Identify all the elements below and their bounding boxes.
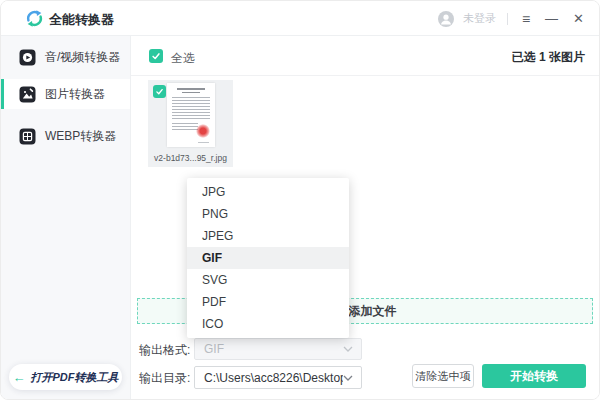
menu-icon[interactable]: ≡ — [519, 10, 533, 28]
file-name-label: v2-b1d73...95_r.jpg — [148, 150, 233, 167]
main-content: 全选 已选 1 张图片 v2-b1d73...95_r.jpg — [131, 36, 600, 400]
dropdown-option-jpg[interactable]: JPG — [187, 181, 349, 203]
dropdown-option-ico[interactable]: ICO — [187, 313, 349, 335]
select-all-label[interactable]: 全选 — [171, 50, 195, 67]
dropdown-option-jpeg[interactable]: JPEG — [187, 225, 349, 247]
app-title: 全能转换器 — [49, 11, 114, 29]
clear-selected-button[interactable]: 清除选中项 — [412, 364, 474, 388]
dropdown-option-gif-selected[interactable]: GIF — [187, 247, 349, 269]
dropdown-option-png[interactable]: PNG — [187, 203, 349, 225]
open-pdf-tool-button[interactable]: ← 打开PDF转换工具 — [9, 364, 122, 390]
app-logo-sync-icon — [25, 9, 44, 28]
titlebar-divider — [507, 13, 508, 25]
start-convert-button[interactable]: 开始转换 — [482, 364, 586, 388]
sidebar-item-label: 图片转换器 — [45, 86, 105, 103]
sidebar-item-label: WEBP转换器 — [45, 128, 116, 145]
close-icon[interactable]: ✕ — [570, 10, 587, 27]
login-status-label[interactable]: 未登录 — [463, 11, 496, 26]
selected-count-label: 已选 1 张图片 — [512, 49, 585, 66]
sidebar: 音/视频转换器 图片转换器 WEBP转换器 ← 打开PDF转换工具 — [1, 36, 131, 400]
dropdown-option-pdf[interactable]: PDF — [187, 291, 349, 313]
image-thumbnail-card[interactable]: v2-b1d73...95_r.jpg — [148, 80, 233, 167]
sidebar-item-audio-video-converter[interactable]: 音/视频转换器 — [1, 42, 130, 72]
dropdown-option-svg[interactable]: SVG — [187, 269, 349, 291]
output-format-select[interactable]: GIF — [194, 338, 362, 360]
select-all-checkbox[interactable] — [149, 49, 163, 63]
output-directory-value: C:\Users\acc8226\Desktop — [195, 371, 343, 385]
app-window: 全能转换器 未登录 ≡ — ✕ 音/视频转换器 — [0, 0, 600, 400]
sidebar-item-label: 音/视频转换器 — [45, 49, 120, 66]
minimize-icon[interactable]: — — [542, 10, 561, 27]
chevron-down-icon — [343, 346, 353, 352]
user-avatar-icon[interactable] — [438, 11, 454, 27]
check-icon — [151, 51, 161, 61]
image-icon — [19, 86, 36, 103]
thumbnail-checkbox[interactable] — [153, 85, 166, 98]
chevron-down-icon — [343, 375, 353, 381]
titlebar: 全能转换器 未登录 ≡ — ✕ — [1, 1, 599, 36]
open-pdf-tool-label: 打开PDF转换工具 — [31, 370, 119, 385]
back-arrow-icon: ← — [13, 370, 26, 385]
sidebar-item-webp-converter[interactable]: WEBP转换器 — [1, 121, 130, 151]
output-directory-select[interactable]: C:\Users\acc8226\Desktop — [194, 366, 362, 389]
add-file-label: 添加文件 — [348, 303, 396, 320]
output-format-label: 输出格式: — [139, 342, 190, 359]
check-icon — [155, 87, 164, 96]
sidebar-item-image-converter[interactable]: 图片转换器 — [1, 79, 130, 109]
video-icon — [19, 49, 36, 66]
format-dropdown-menu: JPG PNG JPEG GIF SVG PDF ICO — [187, 178, 349, 338]
webp-icon — [19, 128, 36, 145]
output-format-value: GIF — [195, 342, 343, 356]
list-header: 全选 已选 1 张图片 — [131, 36, 600, 76]
document-preview — [167, 83, 215, 147]
red-seal-stamp — [196, 124, 210, 138]
output-directory-label: 输出目录: — [139, 370, 190, 387]
